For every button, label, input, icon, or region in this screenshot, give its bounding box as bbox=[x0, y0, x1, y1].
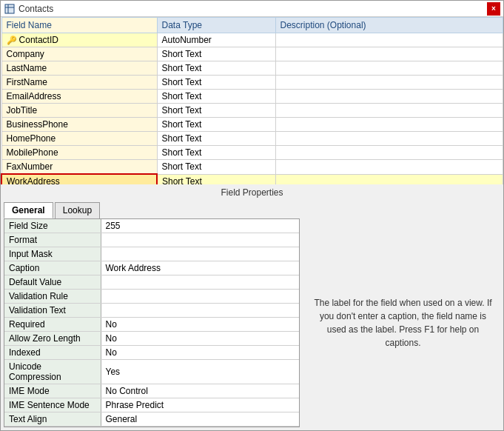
property-row: Unicode CompressionYes bbox=[4, 360, 299, 384]
property-value[interactable] bbox=[101, 247, 299, 261]
key-icon: 🔑 bbox=[7, 36, 19, 44]
table-row[interactable]: CompanyShort Text bbox=[1, 47, 503, 61]
property-value[interactable] bbox=[101, 290, 299, 304]
property-value[interactable]: Work Address bbox=[101, 261, 299, 275]
property-value[interactable]: 255 bbox=[101, 219, 299, 233]
tab-general[interactable]: General bbox=[4, 202, 53, 218]
property-label: Default Value bbox=[4, 275, 101, 290]
table-row[interactable]: LastNameShort Text bbox=[1, 61, 503, 76]
property-row: IndexedNo bbox=[4, 346, 299, 360]
property-label: IME Sentence Mode bbox=[4, 398, 101, 412]
properties-table: Field Size255FormatInput MaskCaptionWork… bbox=[4, 219, 299, 427]
property-label: Field Size bbox=[4, 219, 101, 233]
property-value[interactable]: Yes bbox=[101, 360, 299, 384]
property-row: Default Value bbox=[4, 275, 299, 290]
property-row: Text AlignGeneral bbox=[4, 412, 299, 427]
field-properties-label: Field Properties bbox=[1, 184, 503, 199]
table-row[interactable]: FaxNumberShort Text bbox=[1, 160, 503, 175]
property-label: Required bbox=[4, 318, 101, 332]
col-header-description: Description (Optional) bbox=[275, 18, 503, 33]
field-table: Field Name Data Type Description (Option… bbox=[1, 17, 503, 184]
property-label: Input Mask bbox=[4, 247, 101, 261]
title-bar: Contacts × bbox=[1, 1, 503, 17]
property-value[interactable]: Phrase Predict bbox=[101, 398, 299, 412]
property-row: IME ModeNo Control bbox=[4, 384, 299, 398]
property-row: RequiredNo bbox=[4, 318, 299, 332]
property-value[interactable]: No bbox=[101, 346, 299, 360]
table-row[interactable]: BusinessPhoneShort Text bbox=[1, 118, 503, 132]
property-label: Validation Text bbox=[4, 304, 101, 318]
field-table-area: Field Name Data Type Description (Option… bbox=[1, 17, 503, 184]
property-label: IME Mode bbox=[4, 384, 101, 398]
property-row: Validation Rule bbox=[4, 290, 299, 304]
table-row[interactable]: FirstNameShort Text bbox=[1, 76, 503, 90]
close-button[interactable]: × bbox=[487, 2, 500, 16]
property-value[interactable] bbox=[101, 233, 299, 247]
property-value[interactable]: General bbox=[101, 412, 299, 427]
props-content: Field Size255FormatInput MaskCaptionWork… bbox=[4, 218, 500, 427]
property-value[interactable]: No bbox=[101, 318, 299, 332]
property-label: Format bbox=[4, 233, 101, 247]
property-label: Validation Rule bbox=[4, 290, 101, 304]
help-text: The label for the field when used on a v… bbox=[306, 218, 500, 427]
table-row[interactable]: WorkAddressShort Text bbox=[1, 174, 503, 184]
property-row: Input Mask bbox=[4, 247, 299, 261]
property-value[interactable]: No bbox=[101, 332, 299, 346]
property-label: Allow Zero Length bbox=[4, 332, 101, 346]
property-value[interactable] bbox=[101, 304, 299, 318]
tab-lookup[interactable]: Lookup bbox=[55, 202, 100, 218]
properties-area: General Lookup Field Size255FormatInput … bbox=[1, 199, 503, 430]
window-title: Contacts bbox=[19, 4, 487, 14]
property-row: Format bbox=[4, 233, 299, 247]
property-value[interactable] bbox=[101, 275, 299, 290]
property-label: Indexed bbox=[4, 346, 101, 360]
table-row[interactable]: JobTitleShort Text bbox=[1, 104, 503, 118]
table-row[interactable]: HomePhoneShort Text bbox=[1, 132, 503, 146]
property-tabs: General Lookup bbox=[4, 202, 500, 218]
table-row[interactable]: MobilePhoneShort Text bbox=[1, 146, 503, 160]
property-row: Allow Zero LengthNo bbox=[4, 332, 299, 346]
property-row: Field Size255 bbox=[4, 219, 299, 233]
property-row: CaptionWork Address bbox=[4, 261, 299, 275]
property-row: Validation Text bbox=[4, 304, 299, 318]
main-window: Contacts × Field Name Data Type Descript… bbox=[0, 0, 504, 431]
col-header-field-name: Field Name bbox=[1, 18, 157, 33]
table-row[interactable]: 🔑 ContactIDAutoNumber bbox=[1, 33, 503, 47]
property-label: Unicode Compression bbox=[4, 360, 101, 384]
col-header-data-type: Data Type bbox=[157, 18, 275, 33]
table-header-row: Field Name Data Type Description (Option… bbox=[1, 18, 503, 33]
table-row[interactable]: EmailAddressShort Text bbox=[1, 90, 503, 104]
property-label: Caption bbox=[4, 261, 101, 275]
table-icon bbox=[4, 3, 16, 15]
property-label: Text Align bbox=[4, 412, 101, 427]
property-value[interactable]: No Control bbox=[101, 384, 299, 398]
properties-table-wrapper: Field Size255FormatInput MaskCaptionWork… bbox=[4, 218, 300, 427]
svg-rect-0 bbox=[5, 4, 14, 13]
property-row: IME Sentence ModePhrase Predict bbox=[4, 398, 299, 412]
